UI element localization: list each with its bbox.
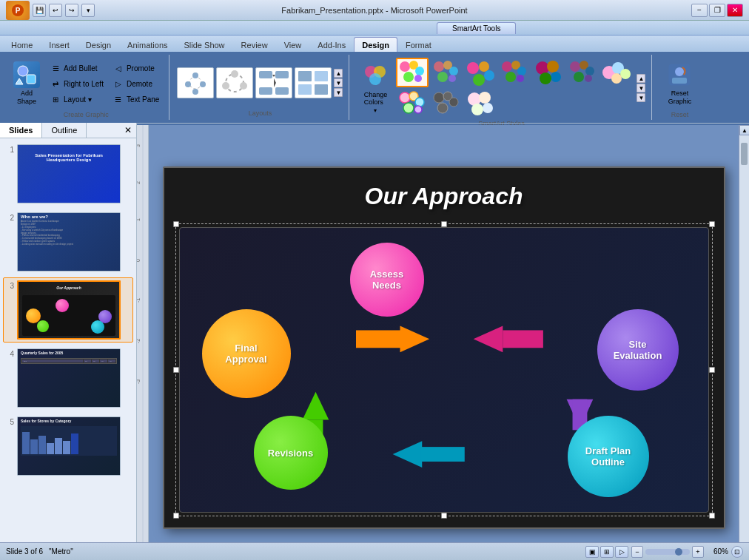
smartart-diagram[interactable]: AssessNeeds SiteEvaluation FinalApproval xyxy=(179,227,709,513)
layout-more[interactable]: ▼ xyxy=(334,88,343,97)
tab-animations[interactable]: Animations xyxy=(119,37,175,52)
svg-text:-3: -3 xyxy=(137,379,141,384)
style-item-3[interactable] xyxy=(464,58,497,87)
add-shape-button[interactable]: AddShape xyxy=(9,58,44,109)
site-evaluation-label: SiteEvaluation xyxy=(614,339,662,361)
slides-tab[interactable]: Slides xyxy=(0,123,42,138)
zoom-in-button[interactable]: + xyxy=(692,546,704,558)
style-item-4[interactable] xyxy=(498,58,531,87)
layout-button[interactable]: ⊞ Layout ▾ xyxy=(47,92,107,107)
style-item-8[interactable] xyxy=(396,89,429,118)
reset-graphic-button[interactable]: ResetGraphic xyxy=(659,58,699,109)
handle-tm[interactable] xyxy=(441,221,447,227)
slide-item-2[interactable]: 2 Who are we? Aaron Cox started Contoso … xyxy=(3,209,133,274)
zoom-slider[interactable] xyxy=(645,549,690,555)
slide-item-5[interactable]: 5 Sales for Stores by Category xyxy=(3,414,133,479)
slide-sorter-btn[interactable]: ⊞ xyxy=(600,546,614,558)
handle-bl[interactable] xyxy=(173,513,179,519)
layout-scroll-up[interactable]: ▲ xyxy=(334,69,343,78)
tab-slideshow[interactable]: Slide Show xyxy=(176,37,233,52)
quick-more-btn[interactable]: ▾ xyxy=(81,4,95,17)
style-scroll-up[interactable]: ▲ xyxy=(637,74,645,83)
style-item-9[interactable] xyxy=(430,89,463,118)
panel-close-button[interactable]: ✕ xyxy=(120,123,136,138)
layout-arrows[interactable] xyxy=(255,67,292,98)
tab-design[interactable]: Design xyxy=(78,37,119,52)
handle-tl[interactable] xyxy=(173,221,179,227)
add-bullet-button[interactable]: ☰ Add Bullet xyxy=(47,61,107,75)
scroll-up-button[interactable]: ▲ xyxy=(739,125,749,135)
slide-number-1: 1 xyxy=(5,146,14,154)
tab-format[interactable]: Format xyxy=(397,37,440,52)
slide-item-1[interactable]: 1 Sales Presentation for FabrikamHeadqua… xyxy=(3,141,133,206)
handle-bm[interactable] xyxy=(441,513,447,519)
handle-ml[interactable] xyxy=(173,367,179,373)
text-pane-button[interactable]: ☰ Text Pane xyxy=(110,92,163,107)
circle-final-approval[interactable]: FinalApproval xyxy=(202,309,291,398)
quick-undo-btn[interactable]: ↩ xyxy=(49,4,62,17)
svg-point-27 xyxy=(400,61,410,72)
change-colors-button[interactable]: ChangeColors ▾ xyxy=(357,59,394,118)
svg-text:-3: -3 xyxy=(203,123,207,124)
slide-item-4[interactable]: 4 Quarterly Sales for 2005 Item Q1 Q2 Q3 xyxy=(3,345,133,411)
svg-point-34 xyxy=(449,67,458,75)
demote-button[interactable]: ▷ Demote xyxy=(110,76,163,91)
quick-redo-btn[interactable]: ↪ xyxy=(65,4,78,17)
minimize-btn[interactable]: − xyxy=(691,4,708,17)
style-item-1[interactable] xyxy=(396,58,429,87)
zoom-out-button[interactable]: − xyxy=(631,546,643,558)
tab-view[interactable]: View xyxy=(276,37,310,52)
svg-text:4: 4 xyxy=(477,123,480,124)
close-btn[interactable]: ✕ xyxy=(727,4,743,17)
slide-item-3[interactable]: 3 Our Approach xyxy=(3,277,133,343)
svg-point-62 xyxy=(403,103,414,113)
tab-smartart-design[interactable]: Design xyxy=(354,37,397,52)
layout-scroll-down[interactable]: ▼ xyxy=(334,78,343,87)
outline-tab[interactable]: Outline xyxy=(42,123,87,138)
assess-needs-label: AssessNeeds xyxy=(370,269,404,291)
svg-marker-19 xyxy=(274,78,276,87)
tab-insert[interactable]: Insert xyxy=(41,37,78,52)
layout-dashed[interactable] xyxy=(216,67,253,98)
restore-btn[interactable]: ❐ xyxy=(709,4,725,17)
svg-point-31 xyxy=(414,75,422,82)
tab-addins[interactable]: Add-Ins xyxy=(309,37,354,52)
right-to-left-button[interactable]: ⇄ Right to Left xyxy=(47,76,107,91)
slideshow-btn[interactable]: ▷ xyxy=(615,546,628,558)
office-button[interactable]: P xyxy=(6,1,30,20)
style-item-2[interactable] xyxy=(430,58,463,87)
zoom-handle[interactable] xyxy=(675,548,682,556)
fit-slide-btn[interactable]: ⊡ xyxy=(731,546,743,558)
style-item-10[interactable] xyxy=(464,89,497,118)
tab-home[interactable]: Home xyxy=(3,37,41,52)
circle-site-evaluation[interactable]: SiteEvaluation xyxy=(597,309,679,391)
style-more[interactable]: ▼ xyxy=(637,93,645,102)
style-item-6[interactable] xyxy=(566,58,599,87)
quick-save-btn[interactable]: 💾 xyxy=(33,4,46,17)
normal-view-btn[interactable]: ▣ xyxy=(585,546,599,558)
layout-circle[interactable] xyxy=(177,67,214,98)
slide-thumb-2[interactable]: Who are we? Aaron Cox started Contoso La… xyxy=(17,212,121,271)
tab-review[interactable]: Review xyxy=(233,37,276,52)
style-item-7[interactable] xyxy=(600,58,633,87)
scroll-thumb-v[interactable] xyxy=(741,143,748,165)
slide-thumb-5[interactable]: Sales for Stores by Category xyxy=(17,416,121,476)
slide-thumb-4[interactable]: Quarterly Sales for 2005 Item Q1 Q2 Q3 Q… xyxy=(17,348,121,408)
svg-text:-2: -2 xyxy=(137,339,141,343)
circle-assess-needs[interactable]: AssessNeeds xyxy=(350,243,424,317)
handle-br[interactable] xyxy=(709,513,715,519)
slide-thumb-3[interactable]: Our Approach xyxy=(17,280,121,340)
handle-tr[interactable] xyxy=(709,221,715,227)
style-scroll-down[interactable]: ▼ xyxy=(637,84,645,92)
promote-button[interactable]: ◁ Promote xyxy=(110,61,163,75)
slide-canvas-area: Our Approach xyxy=(149,125,739,542)
reset-label: Reset xyxy=(671,111,689,118)
circle-draft-plan[interactable]: Draft PlanOutline xyxy=(568,416,649,497)
slide-thumb-1[interactable]: Sales Presentation for FabrikamHeadquart… xyxy=(17,144,121,203)
handle-mr[interactable] xyxy=(709,367,715,373)
circle-revisions[interactable]: Revisions xyxy=(254,416,328,490)
svg-point-48 xyxy=(551,72,561,82)
layout-squares[interactable] xyxy=(295,67,332,98)
style-item-5[interactable] xyxy=(532,58,565,87)
zoom-level: 60% xyxy=(706,547,728,556)
